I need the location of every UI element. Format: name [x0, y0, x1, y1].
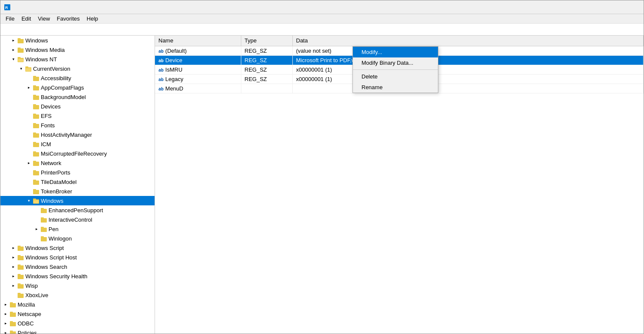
- tree-node[interactable]: ▾ CurrentVersion: [0, 64, 155, 73]
- maximize-button[interactable]: [601, 0, 620, 14]
- tree-node[interactable]: ▸ ODBC: [0, 319, 155, 328]
- tree-node[interactable]: HostActivityManager: [0, 130, 155, 139]
- tree-node[interactable]: ▸ Network: [0, 158, 155, 168]
- tree-node[interactable]: TokenBroker: [0, 187, 155, 196]
- menu-item-view[interactable]: View: [34, 15, 53, 23]
- tree-node[interactable]: ▸ Windows: [0, 36, 155, 45]
- tree-node[interactable]: ▾ Windows NT: [0, 54, 155, 64]
- tree-label: ODBC: [18, 320, 34, 327]
- context-menu-item[interactable]: Modify...: [353, 47, 438, 57]
- tree-node[interactable]: BackgroundModel: [0, 92, 155, 102]
- context-menu-item[interactable]: Modify Binary Data...: [353, 57, 438, 68]
- tree-node[interactable]: ▸ Windows Script: [0, 243, 155, 253]
- menu-item-edit[interactable]: Edit: [18, 15, 34, 23]
- tree-arrow-icon[interactable]: ▸: [33, 227, 40, 231]
- tree-label: Windows Security Health: [25, 273, 88, 280]
- folder-icon: [17, 46, 24, 54]
- svg-rect-2: [18, 39, 24, 43]
- context-menu-item[interactable]: Rename: [353, 82, 438, 93]
- menu-bar: FileEditViewFavoritesHelp: [0, 14, 644, 24]
- folder-icon: [32, 159, 40, 167]
- tree-node[interactable]: ▸ Windows Search: [0, 262, 155, 271]
- tree-node[interactable]: PrinterPorts: [0, 168, 155, 177]
- tree-label: Wisp: [25, 283, 38, 289]
- folder-icon: [24, 65, 32, 72]
- tree-node[interactable]: EnhancedPenSupport: [0, 205, 155, 215]
- tree-arrow-icon[interactable]: ▾: [10, 57, 17, 61]
- svg-rect-62: [10, 302, 13, 304]
- context-menu-item[interactable]: Delete: [353, 71, 438, 82]
- menu-item-favorites[interactable]: Favorites: [53, 15, 83, 23]
- right-panel: Name Type Data ab(Default) REG_SZ (value…: [155, 36, 644, 334]
- tree-arrow-icon[interactable]: ▸: [2, 302, 9, 307]
- tree-node[interactable]: ▸ Windows Media: [0, 45, 155, 54]
- tree-arrow-icon[interactable]: ▸: [10, 38, 17, 42]
- tree-node[interactable]: ▸ Netscape: [0, 309, 155, 319]
- tree-node[interactable]: ▾ Windows: [0, 196, 155, 205]
- tree-panel[interactable]: ▸ Windows▸ Windows Media▾ Windows NT▾ Cu…: [0, 36, 155, 334]
- tree-node[interactable]: ▸ Windows Script Host: [0, 253, 155, 262]
- tree-arrow-icon[interactable]: ▸: [10, 274, 17, 278]
- tree-node[interactable]: ▸ Windows Security Health: [0, 271, 155, 281]
- close-button[interactable]: [620, 0, 640, 14]
- svg-rect-28: [33, 152, 39, 156]
- tree-node[interactable]: ▸ Mozilla: [0, 300, 155, 309]
- window-controls: [581, 0, 640, 14]
- tree-arrow-icon[interactable]: ▸: [10, 48, 17, 52]
- tree-arrow-icon[interactable]: ▸: [10, 265, 17, 269]
- minimize-button[interactable]: [581, 0, 601, 14]
- tree-node[interactable]: ▸ AppCompatFlags: [0, 83, 155, 92]
- folder-icon: [17, 272, 24, 280]
- tree-arrow-icon[interactable]: ▸: [2, 331, 9, 334]
- svg-rect-40: [33, 200, 39, 203]
- tree-arrow-icon[interactable]: ▸: [2, 321, 9, 325]
- svg-rect-68: [10, 331, 13, 332]
- tree-node[interactable]: ICM: [0, 139, 155, 149]
- folder-icon: [32, 178, 40, 186]
- tree-label: Windows Script Host: [25, 254, 77, 261]
- svg-rect-23: [33, 123, 36, 124]
- menu-item-file[interactable]: File: [2, 15, 18, 23]
- tree-arrow-icon[interactable]: ▾: [18, 66, 24, 71]
- svg-rect-26: [33, 143, 39, 147]
- svg-rect-35: [33, 180, 36, 181]
- tree-label: Netscape: [18, 311, 41, 317]
- tree-arrow-icon[interactable]: ▸: [2, 312, 9, 316]
- tree-node[interactable]: InteractiveControl: [0, 215, 155, 224]
- tree-arrow-icon[interactable]: ▸: [10, 283, 17, 288]
- tree-node[interactable]: Devices: [0, 102, 155, 111]
- svg-rect-45: [41, 228, 47, 232]
- tree-node[interactable]: TileDataModel: [0, 177, 155, 187]
- svg-rect-60: [18, 293, 21, 294]
- tree-node[interactable]: Winlogon: [0, 234, 155, 243]
- tree-label: AppCompatFlags: [41, 84, 84, 91]
- table-cell-name: abMenuD: [155, 84, 241, 93]
- tree-node[interactable]: Accessibility: [0, 73, 155, 83]
- svg-rect-4: [18, 48, 24, 53]
- tree-node[interactable]: XboxLive: [0, 290, 155, 300]
- tree-node[interactable]: MsiCorruptedFileRecovery: [0, 149, 155, 158]
- tree-arrow-icon[interactable]: ▸: [25, 85, 32, 90]
- tree-label: Pen: [49, 226, 58, 232]
- tree-node[interactable]: EFS: [0, 111, 155, 120]
- svg-rect-21: [33, 114, 36, 115]
- svg-rect-14: [33, 86, 39, 90]
- tree-arrow-icon[interactable]: ▸: [25, 161, 32, 165]
- tree-arrow-icon[interactable]: ▸: [10, 246, 17, 250]
- folder-icon: [17, 55, 24, 63]
- tree-arrow-icon[interactable]: ▾: [25, 199, 32, 203]
- svg-rect-27: [33, 142, 36, 143]
- folder-icon: [9, 329, 17, 334]
- tree-node[interactable]: ▸ Pen: [0, 224, 155, 234]
- svg-rect-7: [18, 57, 21, 58]
- svg-rect-54: [18, 265, 21, 266]
- tree-arrow-icon[interactable]: ▸: [10, 255, 17, 259]
- svg-rect-37: [33, 189, 36, 190]
- svg-rect-11: [26, 68, 31, 71]
- svg-rect-49: [18, 247, 24, 251]
- tree-node[interactable]: ▸ Policies: [0, 328, 155, 334]
- menu-item-help[interactable]: Help: [83, 15, 102, 23]
- table-cell-data: x00000001 (1): [292, 65, 644, 74]
- tree-node[interactable]: Fonts: [0, 120, 155, 130]
- tree-node[interactable]: ▸ Wisp: [0, 281, 155, 290]
